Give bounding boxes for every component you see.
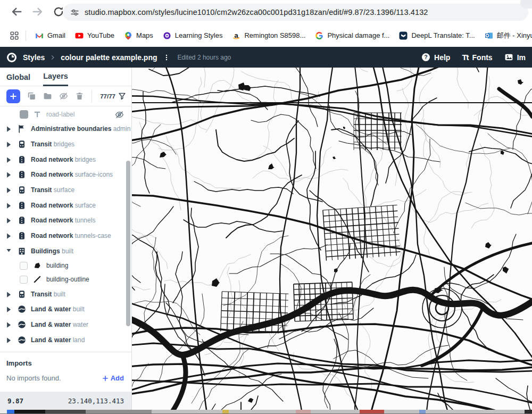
line-layer-icon [33, 275, 41, 284]
visibility-off-icon[interactable] [115, 110, 124, 119]
layer-row-administrative-boundaries-admin[interactable]: Administrative boundaries admin [0, 121, 131, 137]
delete-layer-icon[interactable] [75, 92, 84, 101]
layer-group-variant: tunnels-case [75, 232, 111, 239]
images-label: Im [517, 53, 526, 62]
bookmark-learning-styles[interactable]: Learning Styles [163, 31, 223, 40]
layer-row-transit-built[interactable]: Transit built [0, 286, 131, 302]
caret-right-icon[interactable] [6, 126, 11, 131]
browser-forward-icon[interactable] [32, 6, 44, 18]
deepl-favicon-icon [399, 31, 408, 40]
layer-row-transit-bridges[interactable]: Transit bridges [0, 137, 131, 152]
bookmark-gmail[interactable]: Gmail [35, 31, 65, 40]
bookmark-label: 邮件 - Xinyu [497, 31, 532, 40]
layer-group-variant: admin [113, 125, 131, 133]
transit-group-icon [18, 186, 26, 194]
layer-row-buildings-built[interactable]: Buildings built [0, 244, 131, 259]
layer-group-name: Buildings [31, 247, 60, 255]
studio-header: Styles colour palette example.png Edited… [0, 47, 532, 68]
tab-global[interactable]: Global [6, 73, 30, 86]
images-icon [504, 53, 513, 62]
caret-right-icon[interactable] [6, 322, 11, 327]
caret-right-icon[interactable] [6, 218, 11, 223]
road-group-icon [18, 201, 26, 210]
bookmark-label: Physical damage f... [327, 31, 389, 39]
layer-row-land-water-water[interactable]: Land & water water [0, 317, 131, 333]
filter-funnel-icon[interactable] [118, 92, 126, 100]
buildings-group-icon [18, 247, 26, 255]
address-bar[interactable]: studio.mapbox.com/styles/lucine1010/cm2w… [63, 4, 528, 21]
layer-row-road-label[interactable]: road-label [0, 107, 131, 121]
layer-filter-count[interactable]: 77/77 [100, 93, 115, 100]
layer-label: building [46, 262, 68, 269]
caret-right-icon[interactable] [6, 292, 11, 297]
background-window-sliver [0, 410, 532, 414]
layers-toolbar: 77/77 [0, 86, 131, 106]
bookmark-maps[interactable]: Maps [124, 31, 153, 40]
caret-right-icon[interactable] [6, 172, 11, 177]
help-button[interactable]: ? Help [421, 53, 450, 62]
style-name[interactable]: colour palette example.png [61, 53, 157, 62]
layer-row-transit-surface[interactable]: Transit surface [0, 183, 131, 198]
imports-empty-text: No imports found. [6, 374, 61, 382]
layer-row-land-water-built[interactable]: Land & water built [0, 302, 131, 317]
apps-grid-icon[interactable] [10, 31, 19, 40]
mapbox-logo-icon[interactable] [6, 52, 17, 63]
url-text[interactable]: studio.mapbox.com/styles/lucine1010/cm2w… [85, 8, 428, 16]
outlook-favicon-icon [485, 31, 493, 40]
help-label: Help [434, 53, 450, 62]
bookmarks-separator [26, 30, 26, 41]
layer-row-road-network-surface[interactable]: Road network surface [0, 197, 131, 213]
bookmark-youtube[interactable]: YouTube [75, 31, 114, 40]
layer-group-name: Road network [31, 202, 73, 209]
layer-checkbox[interactable] [20, 276, 28, 284]
imports-section: Imports No imports found. Add [0, 352, 131, 392]
add-layer-button[interactable] [6, 89, 20, 103]
plus-icon [10, 93, 17, 100]
fonts-button[interactable]: Tt Fonts [462, 53, 492, 62]
map-status-bar: 9.87 23.140,113.413 [0, 392, 131, 410]
layer-group-name: Road network [31, 232, 73, 239]
caret-right-icon[interactable] [6, 307, 11, 312]
layer-checkbox[interactable] [20, 262, 28, 270]
bookmark-physical-damage-f[interactable]: Physical damage f... [315, 31, 389, 40]
sidebar-scrollbar-thumb[interactable] [126, 161, 130, 326]
duplicate-layer-icon[interactable] [27, 92, 36, 101]
bookmark-label: Gmail [47, 31, 65, 39]
style-menu-icon[interactable] [163, 53, 170, 62]
caret-right-icon[interactable] [6, 337, 11, 343]
layer-group-variant: surface [75, 202, 96, 209]
caret-right-icon[interactable] [6, 157, 11, 162]
map-canvas[interactable] [132, 68, 532, 410]
layer-label: road-label [46, 111, 74, 118]
images-button[interactable]: Im [504, 53, 526, 62]
caret-right-icon[interactable] [6, 203, 11, 208]
bookmark-remington-s8598[interactable]: aRemington S8598... [232, 31, 305, 40]
caret-right-icon[interactable] [6, 142, 11, 147]
caret-right-icon[interactable] [6, 187, 11, 193]
layer-row-road-network-bridges[interactable]: Road network bridges [0, 152, 131, 167]
caret-right-icon[interactable] [6, 233, 11, 238]
breadcrumb-styles[interactable]: Styles [23, 53, 45, 62]
add-import-button[interactable]: Add [102, 374, 124, 382]
layer-group-name: Transit [31, 291, 52, 298]
layer-group-variant: water [73, 321, 88, 328]
layer-row-building[interactable]: building [0, 259, 131, 272]
gmaps-favicon-icon [124, 31, 132, 40]
layer-row-building-outline[interactable]: building-outline [0, 272, 131, 286]
browser-back-icon[interactable] [11, 6, 22, 18]
toggle-visibility-icon[interactable] [59, 92, 68, 101]
group-layers-icon[interactable] [43, 92, 52, 101]
layer-row-road-network-tunnels[interactable]: Road network tunnels [0, 213, 131, 228]
layer-row-land-water-land[interactable]: Land & water land [0, 332, 131, 347]
layer-row-road-network-surface-icons[interactable]: Road network surface-icons [0, 167, 131, 183]
caret-down-icon[interactable] [6, 249, 11, 254]
layer-group-variant: tunnels [75, 217, 96, 224]
site-settings-icon[interactable] [70, 8, 79, 17]
tab-layers[interactable]: Layers [43, 72, 68, 86]
layer-group-variant: built [62, 247, 73, 255]
bookmark-xinyu[interactable]: 邮件 - Xinyu [485, 31, 532, 40]
ring-favicon-icon [163, 31, 171, 40]
bookmark-deepl-translate-t[interactable]: DeepL Translate: T... [399, 31, 475, 40]
landwater-group-icon [18, 305, 26, 313]
layer-row-road-network-tunnels-case[interactable]: Road network tunnels-case [0, 228, 131, 244]
